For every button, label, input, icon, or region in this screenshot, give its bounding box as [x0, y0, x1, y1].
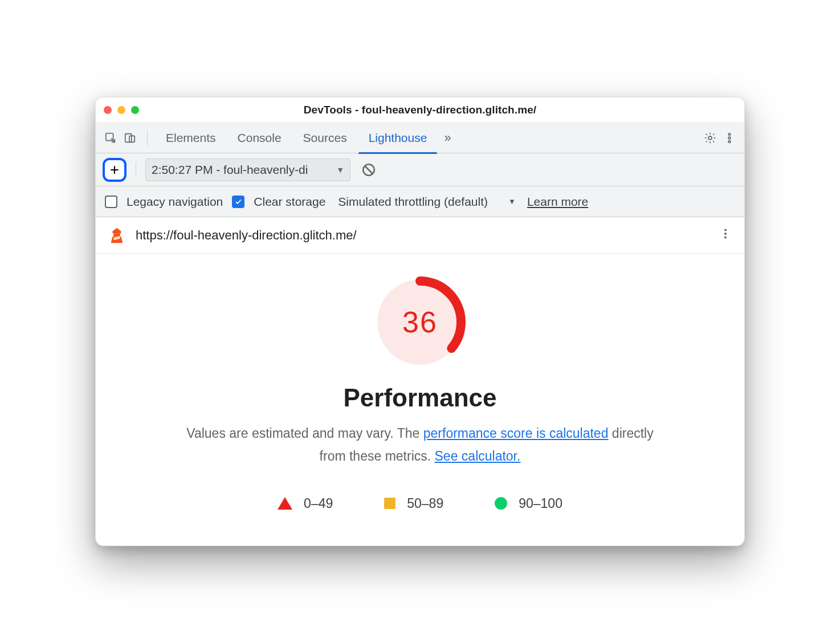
- settings-icon[interactable]: [701, 129, 719, 147]
- svg-rect-2: [129, 136, 134, 142]
- calculator-link[interactable]: See calculator.: [435, 449, 521, 463]
- inspect-element-icon[interactable]: [101, 129, 120, 147]
- minimize-window-button[interactable]: [117, 106, 125, 114]
- report-select-label: 2:50:27 PM - foul-heavenly-di: [152, 163, 308, 177]
- svg-rect-1: [125, 134, 132, 143]
- more-tabs-icon[interactable]: »: [438, 131, 456, 145]
- tab-sources[interactable]: Sources: [293, 123, 357, 153]
- legend-label: 90–100: [519, 496, 562, 511]
- score-calc-link[interactable]: performance score is calculated: [423, 426, 609, 441]
- throttling-label: Simulated throttling (default): [338, 195, 488, 209]
- legend-pass: 90–100: [495, 496, 562, 511]
- vertical-divider: [147, 131, 148, 145]
- vertical-divider: [136, 162, 136, 177]
- legend-average: 50–89: [384, 496, 443, 511]
- new-report-button[interactable]: [103, 158, 127, 182]
- report-actions-menu-icon[interactable]: [719, 227, 732, 243]
- svg-line-8: [365, 166, 373, 173]
- lighthouse-toolbar: 2:50:27 PM - foul-heavenly-di ▼: [96, 153, 744, 186]
- kebab-menu-icon[interactable]: [720, 129, 739, 147]
- desc-text: Values are estimated and may vary. The: [186, 426, 423, 441]
- square-icon: [384, 498, 395, 509]
- score-legend: 0–49 50–89 90–100: [119, 496, 721, 511]
- panel-tabs: Elements Console Sources Lighthouse »: [96, 123, 744, 153]
- score-description: Values are estimated and may vary. The p…: [186, 422, 654, 467]
- svg-point-10: [724, 229, 727, 231]
- dropdown-caret-icon: ▼: [508, 197, 516, 206]
- tab-lighthouse[interactable]: Lighthouse: [358, 123, 438, 153]
- svg-point-11: [724, 233, 727, 235]
- performance-score: 36: [374, 276, 466, 368]
- window-titlebar: DevTools - foul-heavenly-direction.glitc…: [96, 97, 744, 123]
- throttling-select[interactable]: Simulated throttling (default) ▼: [338, 195, 518, 209]
- svg-point-4: [728, 133, 731, 136]
- device-toolbar-icon[interactable]: [121, 129, 139, 147]
- close-window-button[interactable]: [104, 106, 112, 114]
- svg-point-3: [708, 136, 712, 140]
- triangle-icon: [278, 497, 292, 510]
- circle-icon: [495, 497, 507, 510]
- legend-label: 0–49: [304, 496, 333, 511]
- report-url: https://foul-heavenly-direction.glitch.m…: [136, 228, 357, 243]
- clear-storage-label: Clear storage: [254, 195, 325, 209]
- window-title: DevTools - foul-heavenly-direction.glitc…: [96, 104, 744, 116]
- legacy-navigation-label: Legacy navigation: [127, 195, 223, 209]
- tab-elements[interactable]: Elements: [156, 123, 226, 153]
- dropdown-caret-icon: ▼: [336, 165, 344, 174]
- lighthouse-logo-icon: [108, 227, 125, 244]
- legend-label: 50–89: [407, 496, 443, 511]
- learn-more-link[interactable]: Learn more: [527, 195, 588, 209]
- svg-point-5: [728, 137, 731, 139]
- svg-point-12: [724, 236, 727, 238]
- window-controls: [104, 106, 139, 114]
- report-body: 36 Performance Values are estimated and …: [96, 254, 744, 545]
- legacy-navigation-checkbox[interactable]: [105, 196, 117, 208]
- report-url-row: https://foul-heavenly-direction.glitch.m…: [96, 217, 744, 254]
- svg-rect-9: [113, 233, 120, 237]
- performance-gauge: 36: [374, 276, 466, 368]
- legend-fail: 0–49: [278, 496, 333, 511]
- report-select[interactable]: 2:50:27 PM - foul-heavenly-di ▼: [145, 158, 350, 181]
- lighthouse-options: Legacy navigation Clear storage Simulate…: [96, 186, 744, 217]
- devtools-window: DevTools - foul-heavenly-direction.glitc…: [95, 97, 745, 546]
- clear-all-icon[interactable]: [358, 160, 379, 180]
- svg-point-6: [728, 140, 731, 143]
- tab-console[interactable]: Console: [227, 123, 292, 153]
- clear-storage-checkbox[interactable]: [232, 196, 244, 208]
- maximize-window-button[interactable]: [131, 106, 139, 114]
- category-title: Performance: [119, 384, 721, 412]
